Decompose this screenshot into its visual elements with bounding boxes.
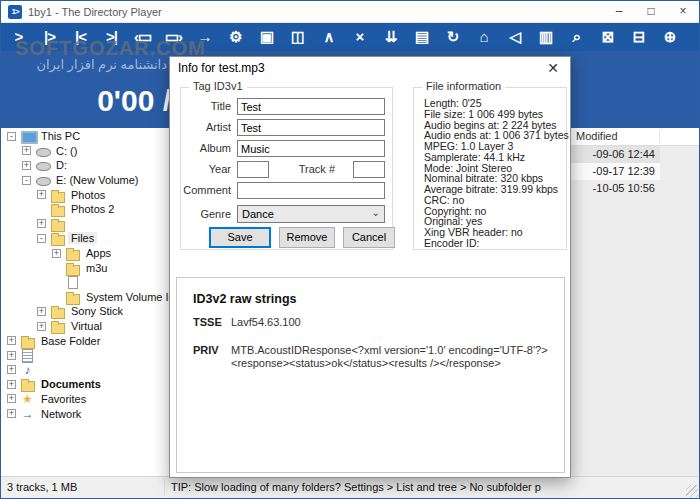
id3v2-frame-key: PRIV: [193, 344, 219, 356]
tree-item-label: m3u: [83, 262, 110, 274]
title-bar: 1> 1by1 - The Directory Player – □ ×: [1, 1, 699, 23]
expand-box-icon[interactable]: +: [7, 365, 16, 374]
tag-editor-icon[interactable]: ⊟: [623, 23, 654, 51]
folder-icon: [50, 320, 65, 332]
close-icon[interactable]: ×: [344, 23, 375, 51]
expand-box-icon[interactable]: +: [37, 190, 46, 199]
window-title: 1by1 - The Directory Player: [28, 6, 162, 18]
folder-icon: [20, 335, 35, 347]
expand-box-icon[interactable]: +: [7, 409, 16, 418]
genre-row: Genre Dance ⌄: [181, 205, 392, 222]
title-field[interactable]: [237, 98, 385, 115]
artist-field[interactable]: [237, 119, 385, 136]
expand-box-icon[interactable]: +: [37, 322, 46, 331]
exit-icon[interactable]: ⊠: [592, 23, 623, 51]
drive-icon: [35, 145, 50, 157]
tree-item-label: Favorites: [38, 393, 89, 405]
folder-icon: [50, 232, 65, 244]
comment-field[interactable]: [237, 182, 385, 199]
expand-box-icon[interactable]: +: [7, 351, 16, 360]
status-tip: TIP: Slow loading of many folders? Setti…: [171, 481, 685, 493]
expand-box-icon[interactable]: +: [7, 380, 16, 389]
volume-icon[interactable]: ◁: [499, 23, 530, 51]
music-icon: ♪: [20, 364, 35, 376]
file-info-lines: Length: 0'25File size: 1 006 499 bytesAu…: [424, 98, 562, 249]
tree-item-label: Network: [38, 408, 84, 420]
comment-label: Comment: [181, 184, 231, 196]
home-icon[interactable]: ⌂: [468, 23, 499, 51]
tree-item-label: E: (New Volume): [53, 174, 142, 186]
album-label: Album: [181, 142, 231, 154]
album-field[interactable]: [237, 140, 385, 157]
tree-item-label: Photos: [68, 189, 108, 201]
time-display: 0'00 /: [1, 84, 171, 118]
computer-icon: [20, 130, 35, 142]
file-information-group: File information Length: 0'25File size: …: [413, 87, 567, 250]
settings-icon[interactable]: ⚙: [220, 23, 251, 51]
add-icon[interactable]: ⊕: [654, 23, 685, 51]
album-row: Album: [181, 140, 392, 157]
maximize-button[interactable]: □: [635, 1, 667, 22]
list-view-icon[interactable]: ▤: [406, 23, 437, 51]
status-bar: 3 tracks, 1 MB TIP: Slow loading of many…: [1, 476, 699, 498]
genre-dropdown[interactable]: Dance ⌄: [237, 205, 385, 223]
tree-item-label: C: (): [53, 145, 80, 157]
sort-icon[interactable]: ⇊: [375, 23, 406, 51]
expand-box-icon[interactable]: +: [52, 249, 61, 258]
genre-value: Dance: [242, 208, 274, 220]
close-button[interactable]: ×: [667, 1, 699, 22]
folder-icon: [65, 291, 80, 303]
folder-icon: [20, 378, 35, 390]
expand-box-icon[interactable]: +: [7, 394, 16, 403]
tag-group-label: Tag ID3v1: [189, 80, 247, 92]
save-button[interactable]: Save: [209, 227, 271, 248]
genre-label: Genre: [181, 208, 231, 220]
year-track-row: Year Track #: [181, 161, 392, 178]
tree-item-label: Sony Stick: [68, 305, 126, 317]
expand-box-icon[interactable]: +: [37, 307, 46, 316]
artist-row: Artist: [181, 119, 392, 136]
id3v2-frame-value: MTB.AcoustIDResponse<?xml version='1.0' …: [231, 344, 554, 370]
track-field[interactable]: [353, 161, 385, 178]
column-modified[interactable]: Modified: [576, 130, 618, 142]
remove-button[interactable]: Remove: [279, 227, 335, 248]
comment-row: Comment: [181, 182, 392, 199]
collapse-icon[interactable]: ∧: [313, 23, 344, 51]
status-separator: [164, 479, 165, 496]
collapse-box-icon[interactable]: -: [22, 176, 31, 185]
dialog-close-icon[interactable]: ✕: [542, 59, 564, 77]
drive-icon: [35, 174, 50, 186]
cancel-button[interactable]: Cancel: [343, 227, 395, 248]
status-track-count: 3 tracks, 1 MB: [7, 481, 77, 493]
tree-item-label: This PC: [38, 130, 83, 142]
split-view-icon[interactable]: ◫: [282, 23, 313, 51]
file-info-icon[interactable]: ▥: [530, 23, 561, 51]
tree-item-label: Documents: [38, 378, 104, 390]
title-row: Title: [181, 98, 392, 115]
expand-box-icon[interactable]: +: [22, 161, 31, 170]
year-field[interactable]: [237, 161, 269, 178]
minimize-button[interactable]: –: [603, 1, 635, 22]
app-window: 1> 1by1 - The Directory Player – □ × >|>…: [0, 0, 700, 499]
expand-box-icon[interactable]: +: [37, 219, 46, 228]
search-icon[interactable]: ⌕: [561, 23, 592, 51]
window-controls: – □ ×: [603, 1, 699, 22]
folder-icon: [50, 189, 65, 201]
resize-grip[interactable]: [686, 485, 698, 497]
column-separator[interactable]: [659, 130, 660, 143]
id3v2-frame-value: Lavf54.63.100: [231, 316, 554, 329]
file-info-line: Samplerate: 44.1 kHz: [424, 152, 562, 163]
collapse-box-icon[interactable]: -: [37, 234, 46, 243]
collapse-box-icon[interactable]: -: [7, 132, 16, 141]
folder-icon: [50, 218, 65, 230]
star-icon: ★: [20, 393, 35, 405]
expand-box-icon[interactable]: +: [22, 146, 31, 155]
id3v2-heading: ID3v2 raw strings: [193, 292, 297, 306]
expand-box-icon[interactable]: +: [7, 336, 16, 345]
file-info-line: CRC: no: [424, 195, 562, 206]
window-mode-icon[interactable]: ▣: [251, 23, 282, 51]
network-icon: →: [20, 408, 35, 420]
folder-icon: [65, 247, 80, 259]
tree-item-label: Base Folder: [38, 335, 103, 347]
repeat-icon[interactable]: ↻: [437, 23, 468, 51]
